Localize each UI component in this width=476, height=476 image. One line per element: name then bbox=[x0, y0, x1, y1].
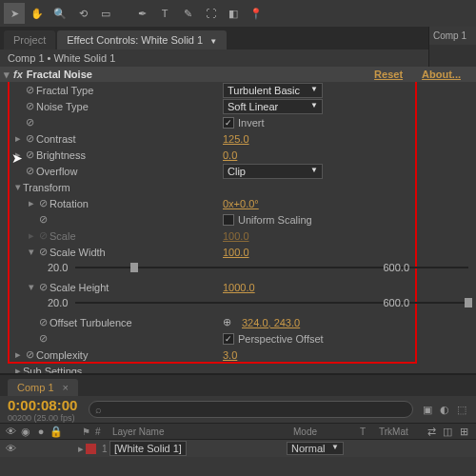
perspective-offset-row: ✓ Perspective Offset bbox=[223, 333, 324, 345]
selection-tool-icon[interactable]: ➤ bbox=[4, 3, 25, 24]
col-trkmat: TrkMat bbox=[373, 426, 421, 437]
text-tool-icon[interactable]: T bbox=[154, 3, 175, 24]
highlight-outline bbox=[8, 67, 417, 364]
eye-icon[interactable]: 👁 bbox=[4, 443, 17, 454]
lock-icon[interactable]: 🔒 bbox=[50, 426, 63, 438]
contrast-value[interactable]: 125.0 bbox=[223, 133, 249, 145]
fx-icon[interactable]: fx bbox=[13, 69, 23, 80]
zoom-tool-icon[interactable]: 🔍 bbox=[50, 3, 70, 24]
slider-min: 20.0 bbox=[48, 297, 68, 308]
lock-icon[interactable] bbox=[50, 443, 63, 454]
layer-twirl-icon[interactable]: ▸ bbox=[76, 443, 86, 455]
timeline-tab[interactable]: Comp 1 × bbox=[8, 379, 78, 396]
crosshair-icon[interactable]: ⊕ bbox=[223, 316, 231, 328]
layer-color-swatch[interactable] bbox=[86, 444, 96, 454]
slider-max: 600.0 bbox=[383, 297, 409, 308]
right-panel-tab[interactable]: Comp 1 bbox=[429, 27, 476, 45]
effect-about[interactable]: About... bbox=[422, 69, 461, 80]
switch-icon[interactable]: ◫ bbox=[441, 426, 454, 438]
tl-icon-1[interactable]: ▣ bbox=[421, 404, 434, 416]
rotation-value[interactable]: 0x+0.0° bbox=[223, 198, 259, 209]
scale-height-slider: 20.0 600.0 bbox=[0, 295, 476, 314]
overflow-dropdown[interactable]: Clip▼ bbox=[223, 164, 323, 179]
effect-twirl-icon[interactable]: ▾ bbox=[2, 69, 11, 81]
switch-icon[interactable]: ⊞ bbox=[457, 426, 470, 438]
timeline-columns-header: 👁 ◉ ● 🔒 ⚑ # Layer Name Mode T TrkMat ⇄ ◫… bbox=[0, 423, 476, 440]
tab-project[interactable]: Project bbox=[4, 30, 55, 50]
invert-checkbox[interactable]: ✓ bbox=[223, 117, 234, 129]
panel-tabs: Project Effect Controls: White Solid 1 ▼ bbox=[0, 27, 476, 50]
tl-icon-3[interactable]: ⬚ bbox=[455, 404, 468, 416]
slider-track[interactable] bbox=[75, 267, 468, 268]
effect-reset[interactable]: Reset bbox=[374, 69, 403, 80]
col-mode: Mode bbox=[288, 426, 354, 437]
eraser-tool-icon[interactable]: ◧ bbox=[223, 3, 244, 24]
tl-icon-2[interactable]: ◐ bbox=[438, 404, 451, 416]
scale-width-value[interactable]: 100.0 bbox=[223, 247, 249, 258]
layer-row[interactable]: 👁 ▸ 1 [White Solid 1] Normal▼ bbox=[0, 440, 476, 457]
invert-checkbox-row: ✓ Invert bbox=[223, 117, 265, 129]
close-icon[interactable]: × bbox=[63, 382, 69, 393]
layer-switches: 👁 bbox=[0, 443, 76, 454]
scale-width-slider: 20.0 600.0 bbox=[0, 260, 476, 279]
pin-tool-icon[interactable]: 📍 bbox=[246, 3, 267, 24]
audio-icon[interactable]: ◉ bbox=[19, 426, 32, 438]
col-index: # bbox=[89, 426, 107, 437]
effect-name: Fractal Noise bbox=[27, 69, 92, 80]
brightness-value[interactable]: 0.0 bbox=[223, 149, 237, 161]
timecode: 0:00:08:00 bbox=[8, 397, 77, 413]
tab-effect-controls-label: Effect Controls: White Solid 1 bbox=[67, 34, 203, 46]
audio-icon[interactable] bbox=[19, 443, 32, 454]
timecode-block[interactable]: 0:00:08:00 00200 (25.00 fps) bbox=[8, 397, 77, 423]
timeline-time-row: 0:00:08:00 00200 (25.00 fps) ⌕ ▣ ◐ ⬚ bbox=[0, 396, 476, 423]
offset-turbulence-value[interactable]: 324.0, 243.0 bbox=[242, 317, 300, 328]
timeline-tab-label: Comp 1 bbox=[17, 382, 54, 393]
stamp-tool-icon[interactable]: ⛶ bbox=[200, 3, 221, 24]
rect-tool-icon[interactable]: ▭ bbox=[95, 3, 116, 24]
comp-path: Comp 1 • White Solid 1 bbox=[0, 50, 476, 67]
brush-tool-icon[interactable]: ✎ bbox=[177, 3, 198, 24]
uniform-scaling-row: Uniform Scaling bbox=[223, 214, 312, 226]
slider-max: 600.0 bbox=[383, 262, 409, 273]
slider-knob[interactable] bbox=[130, 263, 138, 272]
col-t: T bbox=[354, 426, 373, 437]
uniform-scaling-label: Uniform Scaling bbox=[238, 214, 312, 226]
timeline-search-input[interactable]: ⌕ bbox=[89, 401, 413, 418]
invert-label: Invert bbox=[238, 117, 265, 129]
top-toolbar: ➤ ✋ 🔍 ⟲ ▭ ✒ T ✎ ⛶ ◧ 📍 bbox=[0, 0, 476, 27]
complexity-value[interactable]: 3.0 bbox=[223, 349, 237, 361]
effect-header: ▾ fx Fractal Noise Reset About... bbox=[0, 67, 476, 82]
perspective-offset-checkbox[interactable]: ✓ bbox=[223, 333, 234, 345]
visibility-icons: 👁 ◉ ● 🔒 bbox=[0, 426, 76, 438]
col-layer-name: Layer Name bbox=[107, 426, 288, 437]
solo-icon[interactable] bbox=[34, 443, 48, 454]
perspective-offset-label: Perspective Offset bbox=[238, 333, 324, 345]
uniform-scaling-checkbox[interactable] bbox=[223, 214, 234, 226]
switch-icon[interactable]: ⇄ bbox=[425, 426, 438, 438]
tab-dropdown-icon[interactable]: ▼ bbox=[209, 37, 217, 46]
rotate-tool-icon[interactable]: ⟲ bbox=[72, 3, 93, 24]
effects-panel: ➤ ▾ fx Fractal Noise Reset About... ⊘ Fr… bbox=[0, 67, 476, 381]
layer-name[interactable]: [White Solid 1] bbox=[109, 443, 287, 454]
eye-icon[interactable]: 👁 bbox=[4, 426, 17, 438]
timeline-panel: Comp 1 × 0:00:08:00 00200 (25.00 fps) ⌕ … bbox=[0, 373, 476, 476]
timeline-tabs: Comp 1 × bbox=[0, 375, 476, 396]
noise-type-dropdown[interactable]: Soft Linear▼ bbox=[223, 99, 323, 114]
search-icon: ⌕ bbox=[95, 404, 102, 415]
hand-tool-icon[interactable]: ✋ bbox=[27, 3, 48, 24]
layer-index: 1 bbox=[96, 444, 109, 454]
pen-tool-icon[interactable]: ✒ bbox=[131, 3, 152, 24]
tab-effect-controls[interactable]: Effect Controls: White Solid 1 ▼ bbox=[57, 30, 227, 50]
fractal-type-dropdown[interactable]: Turbulent Basic▼ bbox=[223, 83, 323, 98]
slider-knob[interactable] bbox=[465, 298, 472, 307]
layer-mode-dropdown[interactable]: Normal▼ bbox=[287, 442, 344, 455]
col-shy[interactable]: ⚑ bbox=[76, 426, 89, 437]
frame-info: 00200 (25.00 fps) bbox=[8, 413, 77, 423]
scale-height-value[interactable]: 1000.0 bbox=[223, 282, 255, 293]
solo-icon[interactable]: ● bbox=[34, 426, 48, 438]
slider-track[interactable] bbox=[75, 302, 468, 304]
scale-value: 100.0 bbox=[223, 230, 249, 242]
slider-min: 20.0 bbox=[48, 262, 68, 273]
